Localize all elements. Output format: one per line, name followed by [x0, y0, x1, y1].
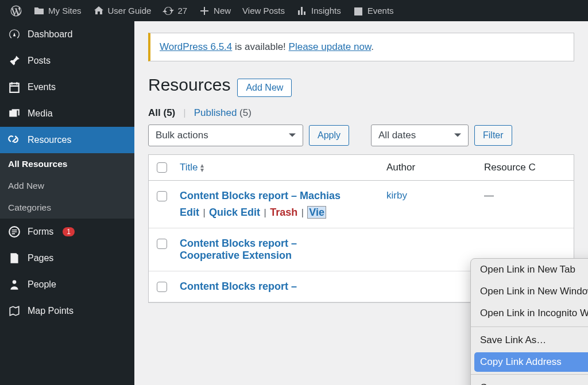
sidebar-people-label: People	[28, 279, 56, 290]
toolbar-user-guide[interactable]: User Guide	[87, 0, 157, 21]
cm-copy-link-address[interactable]: Copy Link Address	[474, 352, 588, 372]
toolbar-updates[interactable]: 27	[157, 0, 193, 21]
sidebar-sub-add-new[interactable]: Add New	[0, 175, 134, 197]
cm-open-incognito[interactable]: Open Link in Incognito Window	[471, 302, 588, 324]
bulk-actions-select[interactable]: Bulk actions	[148, 125, 303, 146]
admin-toolbar: My Sites User Guide 27 New View Posts In…	[0, 0, 588, 21]
link-icon	[8, 134, 21, 146]
update-notice: WordPress 6.5.4 is available! Please upd…	[148, 33, 574, 61]
map-icon	[8, 305, 21, 317]
row-quick-edit-link[interactable]: Quick Edit	[209, 207, 260, 218]
cm-open-new-tab[interactable]: Open Link in New Tab	[471, 259, 588, 281]
cm-open-new-window[interactable]: Open Link in New Window	[471, 281, 588, 302]
toolbar-events-label: Events	[368, 6, 394, 15]
sidebar-item-people[interactable]: People	[0, 271, 134, 298]
sidebar-pages-label: Pages	[28, 253, 53, 263]
sidebar-item-pages[interactable]: Pages	[0, 245, 134, 271]
add-new-button[interactable]: Add New	[237, 79, 292, 97]
notice-version-link[interactable]: WordPress 6.5.4	[160, 41, 232, 52]
dashboard-icon	[8, 28, 21, 41]
wordpress-icon	[10, 5, 22, 17]
th-author[interactable]: Author	[386, 162, 484, 173]
filter-separator: |	[183, 107, 185, 119]
row-edit-link[interactable]: Edit	[180, 207, 199, 218]
sidebar-item-map-points[interactable]: Map Points	[0, 298, 134, 324]
select-all-checkbox[interactable]	[157, 162, 167, 173]
row-title-link[interactable]: Content Blocks report –	[180, 281, 297, 292]
context-menu: Open Link in New Tab Open Link in New Wi…	[470, 258, 588, 385]
svg-point-1	[13, 280, 17, 284]
toolbar-my-sites-label: My Sites	[48, 6, 82, 15]
table-row: Content Blocks report – Machias Edit | Q…	[149, 181, 574, 228]
chart-icon	[296, 5, 308, 17]
pin-icon	[8, 55, 21, 67]
notice-mid-text: is available!	[232, 41, 288, 52]
row-checkbox[interactable]	[157, 282, 167, 292]
toolbar-user-guide-label: User Guide	[108, 6, 152, 15]
toolbar-insights[interactable]: Insights	[291, 0, 347, 21]
sidebar-sub-all-resources[interactable]: All Resources	[0, 153, 134, 175]
page-title: Resources	[148, 75, 230, 95]
filter-all[interactable]: All (5)	[148, 107, 175, 119]
row-title-link[interactable]: Content Blocks report – Cooperative Exte…	[180, 238, 297, 261]
row-checkbox[interactable]	[157, 239, 167, 249]
sidebar-resources-submenu: All Resources Add New Categories	[0, 153, 134, 219]
dates-select[interactable]: All dates	[371, 125, 469, 146]
toolbar-my-sites[interactable]: My Sites	[28, 0, 87, 21]
apply-button[interactable]: Apply	[309, 125, 349, 146]
sidebar-item-resources[interactable]: Resources	[0, 127, 134, 153]
toolbar-view-posts-label: View Posts	[242, 6, 285, 15]
filter-published[interactable]: Published (5)	[194, 107, 252, 119]
row-author-link[interactable]: kirby	[386, 190, 407, 201]
refresh-icon	[163, 5, 174, 17]
sidebar-item-media[interactable]: Media	[0, 100, 134, 127]
bulk-actions-row: Bulk actions Apply All dates Filter	[148, 125, 574, 146]
admin-sidebar: Dashboard Posts Events Media Resources A…	[0, 21, 134, 385]
sidebar-item-dashboard[interactable]: Dashboard	[0, 21, 134, 48]
pages-icon	[8, 252, 21, 265]
toolbar-view-posts[interactable]: View Posts	[237, 0, 291, 21]
toolbar-insights-label: Insights	[311, 6, 341, 15]
sidebar-events-label: Events	[28, 82, 56, 92]
plus-icon	[199, 5, 210, 17]
wp-logo[interactable]	[5, 0, 28, 21]
cm-save-link-as[interactable]: Save Link As…	[471, 329, 588, 351]
notice-update-link[interactable]: Please update now	[289, 41, 372, 52]
th-title[interactable]: Title ▴▾	[180, 162, 386, 173]
table-header: Title ▴▾ Author Resource C	[149, 155, 574, 181]
row-view-link[interactable]: Vie	[307, 206, 326, 219]
toolbar-updates-count: 27	[177, 6, 187, 15]
row-checkbox[interactable]	[157, 191, 167, 201]
sidebar-sub-categories[interactable]: Categories	[0, 197, 134, 219]
media-icon	[8, 107, 21, 120]
sidebar-map-points-label: Map Points	[28, 306, 74, 316]
status-filter-row: All (5) | Published (5)	[148, 107, 574, 119]
calendar-icon	[8, 81, 21, 94]
toolbar-events[interactable]: Events	[347, 0, 400, 21]
calendar-icon	[353, 5, 364, 17]
sidebar-resources-label: Resources	[28, 135, 71, 145]
filter-button[interactable]: Filter	[474, 125, 512, 146]
cm-copy[interactable]: Copy	[471, 377, 588, 385]
toolbar-new-label: New	[214, 6, 231, 15]
sidebar-posts-label: Posts	[28, 56, 51, 66]
row-title-link[interactable]: Content Blocks report – Machias	[180, 190, 341, 201]
sidebar-dashboard-label: Dashboard	[28, 29, 72, 40]
sidebar-item-posts[interactable]: Posts	[0, 48, 134, 74]
row-category: —	[484, 190, 566, 201]
sidebar-media-label: Media	[28, 108, 53, 119]
sidebar-item-forms[interactable]: Forms 1	[0, 219, 134, 245]
forms-icon	[8, 225, 21, 238]
sort-icon: ▴▾	[200, 163, 204, 173]
home-icon	[93, 5, 105, 17]
sidebar-forms-label: Forms	[28, 227, 53, 237]
th-category[interactable]: Resource C	[484, 162, 566, 173]
page-title-row: Resources Add New	[148, 75, 574, 97]
cm-separator	[471, 326, 588, 327]
toolbar-new[interactable]: New	[193, 0, 237, 21]
row-trash-link[interactable]: Trash	[270, 207, 297, 218]
main-content: WordPress 6.5.4 is available! Please upd…	[134, 21, 588, 385]
select-all-cell	[157, 162, 180, 173]
person-icon	[8, 278, 21, 291]
sidebar-item-events[interactable]: Events	[0, 74, 134, 100]
